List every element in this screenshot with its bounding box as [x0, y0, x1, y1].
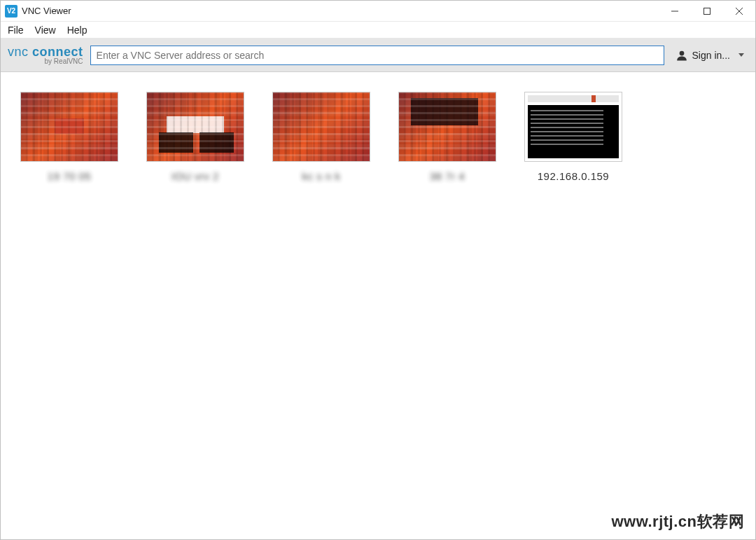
connection-label: 38 7r 4 — [430, 170, 465, 182]
menu-file[interactable]: File — [2, 23, 29, 37]
logo-subtitle: by RealVNC — [45, 58, 83, 65]
vnc-connect-logo: vnc connect by RealVNC — [8, 46, 83, 65]
sign-in-button[interactable]: Sign in... — [671, 46, 748, 64]
connection-label: 192.168.0.159 — [538, 170, 609, 182]
menubar: File View Help — [1, 22, 755, 39]
minimize-button[interactable] — [659, 1, 691, 22]
app-icon: V2 — [5, 5, 18, 18]
menu-view[interactable]: View — [29, 23, 62, 37]
connection-thumbnail — [524, 92, 622, 162]
connection-thumbnail — [398, 92, 496, 162]
connection-thumbnail — [272, 92, 370, 162]
titlebar: V2 VNC Viewer — [1, 1, 755, 22]
svg-rect-1 — [704, 8, 710, 14]
menu-help[interactable]: Help — [62, 23, 93, 37]
logo-vnc-text: vnc — [8, 45, 29, 59]
logo-connect-text: connect — [32, 45, 83, 59]
connection-item[interactable]: 192.168.0.159 — [522, 92, 625, 182]
connection-item[interactable]: IOU vrv 2 — [144, 92, 247, 182]
chevron-down-icon — [738, 53, 744, 57]
window-title: VNC Viewer — [22, 6, 71, 16]
connections-grid: 19 70 05 IOU vrv 2 kc s n k 38 7r 4 192.… — [1, 72, 755, 202]
user-icon — [676, 49, 688, 62]
svg-point-4 — [679, 50, 684, 55]
connection-label: kc s n k — [302, 170, 341, 182]
address-search-input[interactable] — [90, 46, 664, 65]
connection-item[interactable]: 19 70 05 — [18, 92, 121, 182]
watermark: www.rjtj.cn软荐网 — [611, 511, 744, 532]
close-button[interactable] — [723, 1, 755, 22]
connection-label: 19 70 05 — [48, 170, 91, 182]
toolbar: vnc connect by RealVNC Sign in... — [1, 39, 755, 72]
connection-thumbnail — [20, 92, 118, 162]
connection-item[interactable]: kc s n k — [270, 92, 373, 182]
connection-thumbnail — [146, 92, 244, 162]
maximize-button[interactable] — [691, 1, 723, 22]
connection-label: IOU vrv 2 — [172, 170, 219, 182]
window-controls — [659, 1, 755, 22]
sign-in-label: Sign in... — [692, 50, 730, 61]
connection-item[interactable]: 38 7r 4 — [396, 92, 499, 182]
